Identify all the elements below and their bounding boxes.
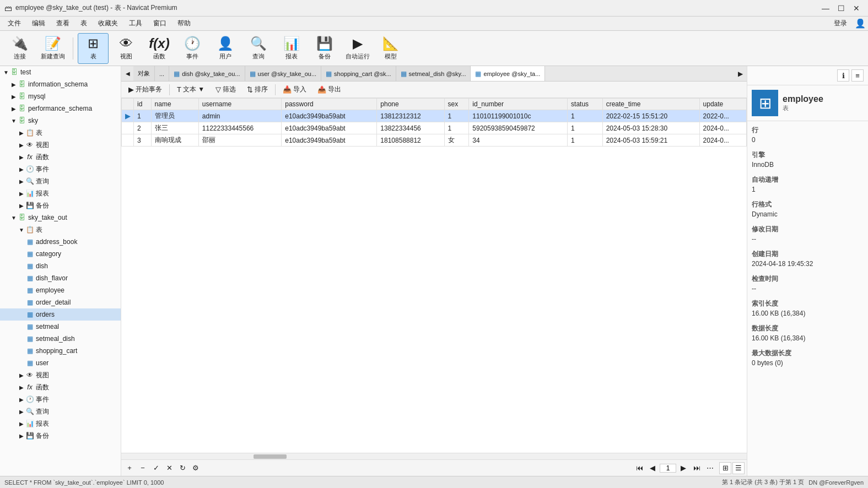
toggle-sky-views[interactable]: ▶ (18, 142, 25, 148)
sidebar-item-sky-functions[interactable]: ▶ fx 函数 (0, 151, 121, 163)
sidebar-item-sky-take-out-reports[interactable]: ▶ 📊 报表 (0, 417, 121, 430)
col-header-username[interactable]: username (198, 99, 281, 110)
cell-status[interactable]: 1 (568, 134, 603, 147)
toolbar-autorun[interactable]: ▶ 自动运行 (342, 33, 373, 64)
refresh-btn[interactable]: ↻ (176, 462, 188, 474)
tab-dish[interactable]: ▦ dish @sky_take_ou... (169, 66, 245, 81)
toggle-sky-events[interactable]: ▶ (18, 166, 25, 172)
sidebar-item-performance-schema[interactable]: ▶ 🗄 performance_schema (0, 102, 121, 115)
toggle-sky-backups[interactable]: ▶ (18, 203, 25, 209)
sidebar-item-sky-reports[interactable]: ▶ 📊 报表 (0, 187, 121, 199)
sidebar-item-setmeal-dish[interactable]: ▦ setmeal_dish (0, 333, 121, 345)
sidebar-item-category[interactable]: ▦ category (0, 248, 121, 260)
cell-name[interactable]: 张三 (151, 122, 198, 134)
col-header-sex[interactable]: sex (444, 99, 469, 110)
tab-user[interactable]: ▦ user @sky_take_ou... (245, 66, 322, 81)
cell-status[interactable]: 1 (568, 110, 603, 122)
cell-username[interactable]: admin (198, 110, 281, 122)
menu-tools[interactable]: 工具 (123, 18, 148, 29)
minimize-button[interactable]: — (818, 3, 833, 14)
sidebar-item-address-book[interactable]: ▦ address_book (0, 236, 121, 248)
row-indicator-cell[interactable] (122, 122, 134, 134)
toolbar-user[interactable]: 👤 用户 (210, 33, 241, 64)
menu-help[interactable]: 帮助 (172, 18, 196, 29)
toolbar-new-query[interactable]: 📝 新建查询 (37, 33, 68, 64)
tab-shopping-cart[interactable]: ▦ shopping_cart @sk... (321, 66, 396, 81)
toolbar-function[interactable]: f(x) 函数 (144, 33, 175, 64)
cell-name[interactable]: 管理员 (151, 110, 198, 122)
first-page-btn[interactable]: ⏮ (633, 462, 645, 474)
toolbar-query[interactable]: 🔍 查询 (243, 33, 274, 64)
sidebar-item-sky-take-out-events[interactable]: ▶ 🕐 事件 (0, 393, 121, 405)
toggle-sky-take-out[interactable]: ▼ (10, 215, 18, 221)
horizontal-scrollbar[interactable] (121, 453, 747, 459)
tab-nav-left[interactable]: ◀ (122, 66, 133, 81)
toggle-sky-queries[interactable]: ▶ (18, 178, 25, 185)
login-button[interactable]: 登录 (828, 18, 853, 29)
cell-password[interactable]: e10adc3949ba59abt (282, 122, 377, 134)
begin-transaction-btn[interactable]: ▶ 开始事务 (123, 83, 167, 96)
toggle-information-schema[interactable]: ▶ (10, 82, 18, 88)
sidebar-item-sky-queries[interactable]: ▶ 🔍 查询 (0, 175, 121, 187)
toolbar-table[interactable]: ⊞ 表 (78, 33, 109, 64)
sidebar-item-sky-take-out-functions[interactable]: ▶ fx 函数 (0, 381, 121, 393)
remove-row-btn[interactable]: − (137, 462, 149, 474)
add-row-btn[interactable]: + (123, 462, 136, 474)
col-header-status[interactable]: status (568, 99, 603, 110)
toolbar-backup[interactable]: 💾 备份 (309, 33, 340, 64)
sidebar-item-dish[interactable]: ▦ dish (0, 260, 121, 272)
toggle-sky-take-out-reports[interactable]: ▶ (18, 421, 25, 427)
col-header-create-time[interactable]: create_time (602, 99, 699, 110)
sort-btn[interactable]: ⇅ 排序 (242, 83, 273, 96)
sidebar-item-sky-take-out-queries[interactable]: ▶ 🔍 查询 (0, 405, 121, 417)
cell-username[interactable]: 11222333445566 (198, 122, 281, 134)
sidebar-item-test[interactable]: ▼ 🗄 test (0, 66, 121, 78)
sidebar-item-order-detail[interactable]: ▦ order_detail (0, 296, 121, 308)
sidebar-item-information-schema[interactable]: ▶ 🗄 information_schema (0, 78, 121, 90)
cancel-edit-btn[interactable]: ✕ (163, 462, 175, 474)
cell-sex[interactable]: 1 (444, 110, 469, 122)
cell-name[interactable]: 南响现成 (151, 134, 198, 147)
menu-favorites[interactable]: 收藏夹 (93, 18, 123, 29)
cell-id-number[interactable]: 59205938590459872 (469, 122, 568, 134)
toggle-test[interactable]: ▼ (2, 69, 10, 75)
cell-username[interactable]: 邵丽 (198, 134, 281, 147)
toggle-sky-take-out-queries[interactable]: ▶ (18, 409, 25, 415)
toggle-performance-schema[interactable]: ▶ (10, 106, 18, 112)
toolbar-model[interactable]: 📐 模型 (375, 33, 406, 64)
tab-more-btn[interactable]: ▶ (735, 70, 746, 78)
sidebar-item-sky-take-out[interactable]: ▼ 🗄 sky_take_out (0, 212, 121, 224)
menu-edit[interactable]: 编辑 (26, 18, 51, 29)
col-header-update[interactable]: update (699, 99, 746, 110)
toggle-sky-reports[interactable]: ▶ (18, 191, 25, 197)
close-button[interactable]: ✕ (849, 3, 864, 14)
table-row[interactable]: ▶1管理员admine10adc3949ba59abt1381231231211… (122, 110, 747, 122)
sidebar-item-sky-events[interactable]: ▶ 🕐 事件 (0, 163, 121, 175)
toggle-sky-take-out-backups[interactable]: ▶ (18, 433, 25, 439)
cell-id[interactable]: 2 (134, 122, 152, 134)
cell-update[interactable]: 2022-0... (699, 110, 746, 122)
col-header-password[interactable]: password (282, 99, 377, 110)
toggle-mysql[interactable]: ▶ (10, 94, 18, 100)
last-page-btn[interactable]: ⏭ (691, 462, 703, 474)
cell-create-time[interactable]: 2024-05-03 15:28:30 (602, 122, 699, 134)
tab-employee[interactable]: ▦ employee @sky_ta... (471, 66, 545, 81)
cell-id[interactable]: 1 (134, 110, 152, 122)
confirm-btn[interactable]: ✓ (150, 462, 162, 474)
menu-window[interactable]: 窗口 (148, 18, 172, 29)
filter-btn[interactable]: ▽ 筛选 (211, 83, 241, 96)
col-header-name[interactable]: name (151, 99, 198, 110)
toggle-sky-take-out-functions[interactable]: ▶ (18, 384, 25, 391)
cell-status[interactable]: 1 (568, 122, 603, 134)
sidebar-item-employee[interactable]: ▦ employee (0, 284, 121, 296)
col-header-id-number[interactable]: id_number (469, 99, 568, 110)
toolbar-view[interactable]: 👁 视图 (111, 33, 142, 64)
export-btn[interactable]: 📤 导出 (312, 83, 346, 96)
sidebar-item-sky-take-out-tables[interactable]: ▼ 📋 表 (0, 224, 121, 236)
cell-id-number[interactable]: 110101199001010c (469, 110, 568, 122)
toolbar-event[interactable]: 🕐 事件 (177, 33, 208, 64)
cell-update[interactable]: 2024-0... (699, 122, 746, 134)
import-btn[interactable]: 📥 导入 (278, 83, 311, 96)
cell-password[interactable]: e10adc3949ba59abt (282, 110, 377, 122)
more-pages-btn[interactable]: ⋯ (704, 462, 716, 474)
